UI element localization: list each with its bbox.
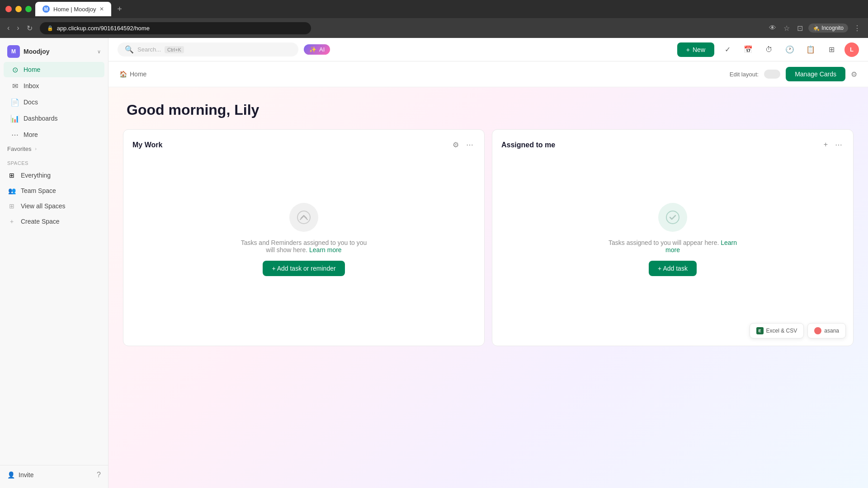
assigned-to-me-card-actions: + ⋯ <box>822 139 844 151</box>
workspace-header[interactable]: M Moodjoy ∨ <box>0 42 108 61</box>
browser-nav-buttons: ‹ › ↻ <box>5 22 34 34</box>
split-view-icon[interactable]: ⊡ <box>795 22 805 34</box>
sidebar-item-view-all-spaces[interactable]: ⊞ View all Spaces <box>0 198 108 214</box>
my-work-learn-more-link[interactable]: Learn more <box>309 246 342 253</box>
calendar-icon-btn[interactable]: 📅 <box>741 42 756 57</box>
sidebar-home-label: Home <box>24 66 40 73</box>
import-badges: E Excel & CSV asana <box>750 323 846 338</box>
view-all-spaces-icon: ⊞ <box>7 202 16 211</box>
sidebar-create-space-label: Create Space <box>21 218 60 225</box>
assigned-to-me-more-icon[interactable]: ⋯ <box>833 139 844 151</box>
address-bar: ‹ › ↻ 🔒 app.clickup.com/9016164592/home … <box>0 18 868 38</box>
back-button[interactable]: ‹ <box>5 22 11 34</box>
everything-icon: ⊞ <box>7 171 16 180</box>
sidebar-inbox-label: Inbox <box>24 82 39 89</box>
checkmark-icon <box>665 210 680 225</box>
sidebar-view-all-label: View all Spaces <box>21 202 66 210</box>
new-tab-button[interactable]: + <box>113 3 126 15</box>
sidebar-item-home[interactable]: ⊙ Home <box>4 62 104 77</box>
greeting-area: Good morning, Lily <box>108 87 868 126</box>
settings-icon[interactable]: ⚙ <box>851 70 857 79</box>
excel-label: Excel & CSV <box>766 328 797 334</box>
spaces-section-label: Spaces <box>0 155 108 168</box>
assigned-to-me-card-header: Assigned to me + ⋯ <box>501 139 844 151</box>
favorites-section[interactable]: Favorites › <box>0 143 108 155</box>
excel-csv-badge[interactable]: E Excel & CSV <box>750 323 804 338</box>
app-container: M Moodjoy ∨ ⊙ Home ✉ Inbox 📄 Docs 📊 Dash… <box>0 38 868 488</box>
sidebar-item-docs[interactable]: 📄 Docs <box>4 94 104 110</box>
team-space-icon: 👥 <box>7 186 16 195</box>
my-work-more-icon[interactable]: ⋯ <box>464 139 475 151</box>
search-bar[interactable]: 🔍 Search... Ctrl+K <box>118 42 298 56</box>
page-header: 🏠 Home Edit layout: Manage Cards ⚙ <box>108 61 868 87</box>
doc-icon-btn[interactable]: 📋 <box>803 42 818 57</box>
forward-button[interactable]: › <box>15 22 21 34</box>
incognito-badge[interactable]: 🕵 Incognito <box>808 23 848 33</box>
invite-button[interactable]: 👤 Invite <box>7 471 33 479</box>
check-icon-btn[interactable]: ✓ <box>720 42 735 57</box>
ssl-lock-icon: 🔒 <box>47 25 53 31</box>
sidebar-item-more[interactable]: ⋯ More <box>4 127 104 142</box>
edit-layout-toggle[interactable] <box>764 70 780 79</box>
svg-point-0 <box>297 211 310 224</box>
browser-toolbar: 👁 ☆ ⊡ 🕵 Incognito ⋮ <box>767 22 863 34</box>
search-placeholder: Search... <box>137 46 161 53</box>
address-text: app.clickup.com/9016164592/home <box>57 25 150 32</box>
manage-cards-button[interactable]: Manage Cards <box>786 67 845 81</box>
add-task-or-reminder-button[interactable]: + Add task or reminder <box>263 261 344 276</box>
my-work-card-header: My Work ⚙ ⋯ <box>132 139 475 151</box>
minimize-window[interactable] <box>15 6 22 12</box>
my-work-empty-icon <box>289 203 318 232</box>
sidebar-item-inbox[interactable]: ✉ Inbox <box>4 78 104 94</box>
clock-icon-btn[interactable]: 🕐 <box>782 42 797 57</box>
sidebar-item-dashboards[interactable]: 📊 Dashboards <box>4 111 104 126</box>
browser-chrome: M Home | Moodjoy ✕ + <box>0 0 868 18</box>
my-work-title: My Work <box>132 141 162 149</box>
grid-icon-btn[interactable]: ⊞ <box>824 42 839 57</box>
my-work-card-actions: ⚙ ⋯ <box>451 139 475 151</box>
search-shortcut: Ctrl+K <box>165 46 184 53</box>
assigned-to-me-card: Assigned to me + ⋯ <box>492 129 854 346</box>
docs-icon: 📄 <box>11 98 19 106</box>
help-icon[interactable]: ? <box>97 471 101 479</box>
active-tab[interactable]: M Home | Moodjoy ✕ <box>35 2 111 16</box>
my-work-settings-icon[interactable]: ⚙ <box>451 139 461 151</box>
new-plus-icon: + <box>686 46 690 53</box>
edit-layout-label: Edit layout: <box>730 71 759 78</box>
my-work-card: My Work ⚙ ⋯ <box>123 129 485 346</box>
incognito-icon: 🕵 <box>813 25 820 31</box>
tab-title: Home | Moodjoy <box>53 6 96 13</box>
close-window[interactable] <box>5 6 12 12</box>
invite-label: Invite <box>19 471 33 479</box>
close-tab-icon[interactable]: ✕ <box>99 6 104 12</box>
asana-badge[interactable]: asana <box>807 323 846 338</box>
extensions-icon[interactable]: ⋮ <box>852 22 863 34</box>
assigned-to-me-empty-state: Tasks assigned to you will appear here. … <box>501 158 844 321</box>
ai-button[interactable]: ✨ AI <box>304 44 330 55</box>
new-button[interactable]: + New <box>677 42 714 57</box>
sidebar-item-create-space[interactable]: + Create Space <box>0 214 108 229</box>
sidebar-item-everything[interactable]: ⊞ Everything <box>0 168 108 183</box>
assigned-to-me-learn-more-link[interactable]: Learn more <box>665 239 737 253</box>
bookmark-icon[interactable]: ☆ <box>782 22 792 34</box>
clickup-logo-icon <box>297 210 311 225</box>
maximize-window[interactable] <box>25 6 32 12</box>
svg-point-1 <box>666 211 679 224</box>
sidebar-item-team-space[interactable]: 👥 Team Space <box>0 183 108 198</box>
invite-icon: 👤 <box>7 471 15 479</box>
address-input[interactable]: 🔒 app.clickup.com/9016164592/home <box>40 22 311 34</box>
user-avatar[interactable]: L <box>844 42 859 57</box>
cards-grid: My Work ⚙ ⋯ <box>108 126 868 361</box>
workspace-chevron-icon: ∨ <box>97 49 101 55</box>
asana-icon <box>814 327 821 334</box>
timer-icon-btn[interactable]: ⏱ <box>761 42 777 57</box>
sidebar-team-space-label: Team Space <box>21 187 56 194</box>
add-task-button[interactable]: + Add task <box>649 261 697 276</box>
eye-slash-icon[interactable]: 👁 <box>767 22 778 34</box>
assigned-to-me-add-icon[interactable]: + <box>822 139 830 151</box>
sidebar: M Moodjoy ∨ ⊙ Home ✉ Inbox 📄 Docs 📊 Dash… <box>0 38 108 488</box>
reload-button[interactable]: ↻ <box>25 22 34 34</box>
page-header-actions: Edit layout: Manage Cards ⚙ <box>730 67 857 81</box>
window-controls[interactable] <box>5 6 32 12</box>
app-topbar: 🔍 Search... Ctrl+K ✨ AI + New ✓ 📅 ⏱ 🕐 📋 … <box>108 38 868 61</box>
